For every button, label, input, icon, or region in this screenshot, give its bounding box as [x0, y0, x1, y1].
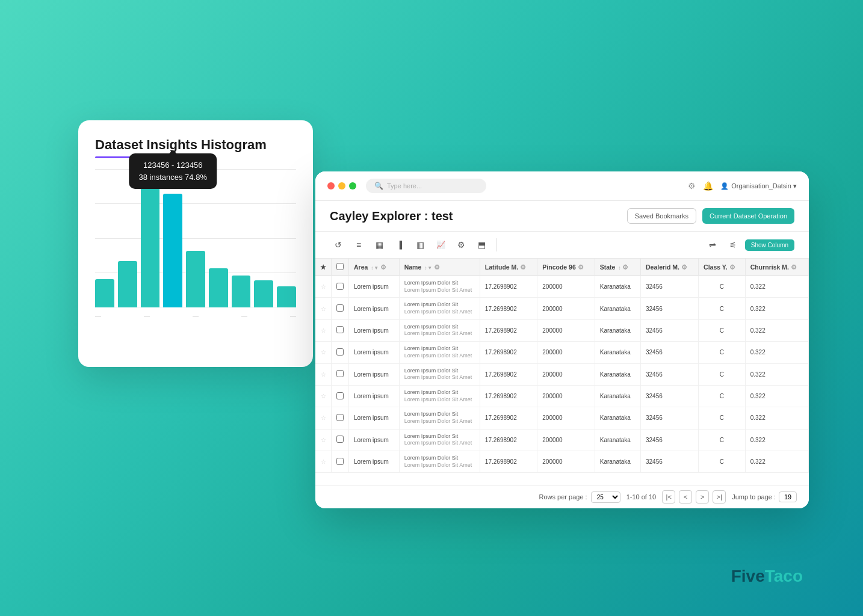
- row-checkbox-cell[interactable]: [332, 385, 349, 407]
- close-button[interactable]: [327, 182, 335, 189]
- col-settings-icon[interactable]: ⚙: [622, 263, 628, 271]
- col-settings-icon[interactable]: ⚙: [578, 263, 584, 271]
- row-checkbox-cell[interactable]: [332, 319, 349, 341]
- refresh-icon[interactable]: ↺: [330, 236, 347, 253]
- chart-col-icon[interactable]: ▐: [391, 236, 408, 253]
- table-row[interactable]: ☆ Lorem ipsum Lorem Ipsum Dolor SitLorem…: [315, 342, 809, 363]
- bell-icon[interactable]: 🔔: [703, 181, 713, 191]
- saved-bookmarks-button[interactable]: Saved Bookmarks: [627, 208, 696, 224]
- chart-bar-icon[interactable]: ▦: [371, 236, 388, 253]
- bar-6[interactable]: [232, 276, 251, 307]
- table-row[interactable]: ☆ Lorem ipsum Lorem Ipsum Dolor SitLorem…: [315, 276, 809, 298]
- row-checkbox[interactable]: [336, 304, 344, 312]
- col-settings-icon[interactable]: ⚙: [791, 263, 797, 271]
- name-cell: Lorem Ipsum Dolor SitLorem Ipsum Dolor S…: [399, 363, 480, 385]
- maximize-button[interactable]: [349, 182, 356, 189]
- table-row[interactable]: ☆ Lorem ipsum Lorem Ipsum Dolor SitLorem…: [315, 429, 809, 451]
- star-cell[interactable]: ☆: [315, 407, 332, 429]
- settings-gear-icon[interactable]: ⚙: [453, 236, 469, 253]
- latitude-cell: 17.2698902: [480, 342, 537, 363]
- search-bar[interactable]: 🔍 Type here...: [366, 179, 486, 193]
- row-checkbox[interactable]: [336, 436, 344, 443]
- minimize-button[interactable]: [338, 182, 345, 189]
- jump-input[interactable]: [779, 491, 797, 502]
- star-cell[interactable]: ☆: [315, 342, 332, 363]
- table-row[interactable]: ☆ Lorem ipsum Lorem Ipsum Dolor SitLorem…: [315, 407, 809, 429]
- dealerid-cell: 32456: [640, 342, 698, 363]
- row-checkbox-cell[interactable]: [332, 276, 349, 298]
- row-checkbox[interactable]: [336, 326, 344, 333]
- table-row[interactable]: ☆ Lorem ipsum Lorem Ipsum Dolor SitLorem…: [315, 298, 809, 319]
- chart-line-icon[interactable]: 📈: [432, 236, 449, 253]
- row-checkbox-cell[interactable]: [332, 407, 349, 429]
- row-checkbox[interactable]: [336, 348, 344, 356]
- star-cell[interactable]: ☆: [315, 276, 332, 298]
- select-all-header[interactable]: [332, 259, 349, 276]
- table-row[interactable]: ☆ Lorem ipsum Lorem Ipsum Dolor SitLorem…: [315, 319, 809, 341]
- prev-page-button[interactable]: <: [679, 490, 692, 504]
- churnrisk-cell: 0.322: [745, 385, 808, 407]
- bars-container: 123456 - 12345638 instances 74.8%: [95, 169, 296, 307]
- area-cell: Lorem ipsum: [349, 385, 400, 407]
- state-cell: Karanataka: [595, 276, 640, 298]
- columns-icon[interactable]: ⇌: [704, 236, 721, 253]
- col-settings-icon[interactable]: ⚙: [681, 263, 687, 271]
- select-all-checkbox[interactable]: [336, 263, 344, 270]
- table-row[interactable]: ☆ Lorem ipsum Lorem Ipsum Dolor SitLorem…: [315, 363, 809, 385]
- settings-icon[interactable]: ⚙: [688, 181, 696, 191]
- row-checkbox[interactable]: [336, 414, 344, 421]
- star-cell[interactable]: ☆: [315, 429, 332, 451]
- bar-0[interactable]: [95, 279, 114, 307]
- search-placeholder: Type here...: [387, 182, 422, 189]
- bar-2[interactable]: [141, 169, 160, 307]
- area-cell: Lorem ipsum: [349, 429, 400, 451]
- row-checkbox[interactable]: [336, 283, 344, 290]
- first-page-button[interactable]: |<: [662, 490, 675, 504]
- row-checkbox-cell[interactable]: [332, 342, 349, 363]
- name-cell: Lorem Ipsum Dolor SitLorem Ipsum Dolor S…: [399, 451, 480, 473]
- table-row[interactable]: ☆ Lorem ipsum Lorem Ipsum Dolor SitLorem…: [315, 385, 809, 407]
- user-badge[interactable]: 👤 Organisation_Datsin ▾: [720, 182, 797, 190]
- col-settings-icon[interactable]: ⚙: [520, 263, 526, 271]
- current-dataset-button[interactable]: Current Dataset Operation: [702, 208, 794, 224]
- pincode-cell: 200000: [537, 319, 595, 341]
- export-icon[interactable]: ⬒: [473, 236, 490, 253]
- class-cell: C: [699, 429, 746, 451]
- row-checkbox-cell[interactable]: [332, 429, 349, 451]
- table-row[interactable]: ☆ Lorem ipsum Lorem Ipsum Dolor SitLorem…: [315, 451, 809, 473]
- bar-8[interactable]: [277, 286, 296, 307]
- star-cell[interactable]: ☆: [315, 363, 332, 385]
- data-table: ★ Area ↕▼ ⚙ Name ↕▼ ⚙ Latitude M. ⚙ Pinc…: [315, 259, 809, 473]
- col-settings-icon[interactable]: ⚙: [434, 263, 440, 271]
- freeze-icon[interactable]: ⚟: [725, 236, 741, 253]
- star-cell[interactable]: ☆: [315, 298, 332, 319]
- rows-select[interactable]: 25 50 100: [591, 491, 620, 503]
- area-cell: Lorem ipsum: [349, 363, 400, 385]
- row-checkbox[interactable]: [336, 458, 344, 465]
- bar-3[interactable]: 123456 - 12345638 instances 74.8%: [163, 194, 182, 307]
- row-checkbox-cell[interactable]: [332, 298, 349, 319]
- toolbar-right: ⇌ ⚟ Show Column: [704, 236, 794, 253]
- star-cell[interactable]: ☆: [315, 451, 332, 473]
- last-page-button[interactable]: >|: [713, 490, 726, 504]
- star-cell[interactable]: ☆: [315, 319, 332, 341]
- row-checkbox[interactable]: [336, 370, 344, 377]
- bar-5[interactable]: [209, 268, 228, 307]
- next-page-button[interactable]: >: [696, 490, 709, 504]
- bar-1[interactable]: [118, 261, 137, 307]
- row-checkbox-cell[interactable]: [332, 451, 349, 473]
- star-cell[interactable]: ☆: [315, 385, 332, 407]
- explorer-header: Cayley Explorer : test Saved Bookmarks C…: [315, 201, 809, 232]
- bar-4[interactable]: [186, 251, 205, 307]
- table-container[interactable]: ★ Area ↕▼ ⚙ Name ↕▼ ⚙ Latitude M. ⚙ Pinc…: [315, 259, 809, 485]
- row-checkbox[interactable]: [336, 392, 344, 399]
- show-column-button[interactable]: Show Column: [745, 239, 794, 251]
- list-icon[interactable]: ≡: [350, 236, 367, 253]
- grid-icon[interactable]: ▥: [412, 236, 428, 253]
- histogram-card: Dataset Insights Histogram 123456 - 1234…: [78, 120, 313, 367]
- col-settings-icon[interactable]: ⚙: [380, 263, 386, 271]
- row-checkbox-cell[interactable]: [332, 363, 349, 385]
- search-icon: 🔍: [374, 182, 383, 190]
- bar-7[interactable]: [254, 280, 273, 307]
- col-settings-icon[interactable]: ⚙: [729, 263, 735, 271]
